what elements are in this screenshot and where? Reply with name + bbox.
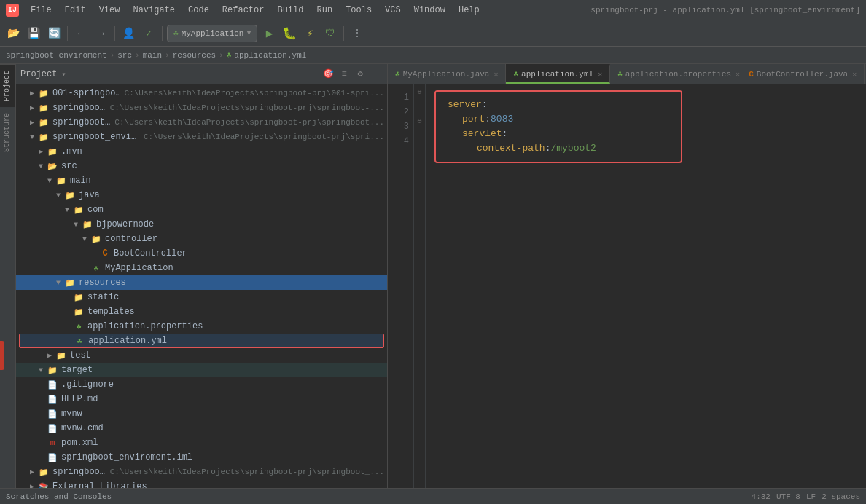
toolbar-user-btn[interactable]: 👤 <box>120 25 137 42</box>
tree-item-mvnw-cmd[interactable]: 📄 mvnw.cmd <box>16 421 387 436</box>
expand-arrow-001[interactable]: ▶ <box>28 89 36 98</box>
tab-myapplication-java[interactable]: ☘ MyApplication.java ✕ <box>388 64 506 84</box>
structure-tab[interactable]: Structure <box>0 107 15 158</box>
expand-arrow-main[interactable]: ▼ <box>45 176 54 185</box>
tree-item-application-yml[interactable]: ☘ application.yml <box>19 334 384 348</box>
tree-item-com[interactable]: ▼ 📁 com <box>16 202 387 217</box>
tree-item-resources[interactable]: ▼ 📁 resources <box>16 275 387 290</box>
tab-close-bootctrl[interactable]: ✕ <box>852 70 857 79</box>
tree-item-springboot-second[interactable]: ▶ 📁 springboot-second C:\Users\keith\Ide… <box>16 101 387 115</box>
collapse-all-btn[interactable]: ≡ <box>338 68 351 81</box>
menu-navigate[interactable]: Navigate <box>127 4 181 17</box>
expand-arrow-mvn[interactable]: ▶ <box>36 147 45 156</box>
breadcrumb-resources[interactable]: resources <box>173 51 216 60</box>
expand-arrow-controller[interactable]: ▼ <box>80 235 89 243</box>
tree-item-application-properties[interactable]: ☘ application.properties <box>16 319 387 334</box>
tree-item-templates[interactable]: 📁 templates <box>16 304 387 319</box>
code-area[interactable]: server: port: 8083 servlet: <box>426 84 866 504</box>
breadcrumb-main[interactable]: main <box>143 51 162 60</box>
tree-label-test: test <box>70 350 384 361</box>
bottom-line-sep[interactable]: LF <box>806 492 816 501</box>
tab-close-appprops[interactable]: ✕ <box>736 70 740 79</box>
expand-arrow-com[interactable]: ▼ <box>63 205 71 214</box>
run-config-selector[interactable]: ☘ MyApplication ▼ <box>167 25 257 42</box>
tree-item-MyApplication[interactable]: ☘ MyApplication <box>16 261 387 275</box>
menu-edit[interactable]: Edit <box>59 4 92 17</box>
fold-icon-3[interactable]: ⊖ <box>414 114 425 128</box>
expand-arrow-mvc[interactable]: ▶ <box>28 468 36 476</box>
menu-view[interactable]: View <box>93 4 126 17</box>
more-run-btn[interactable]: ⋮ <box>348 25 366 42</box>
tree-item-mvnw[interactable]: 📄 mvnw <box>16 406 387 421</box>
toolbar-back-btn[interactable]: ← <box>72 25 90 42</box>
tree-item-target[interactable]: ▼ 📁 target <box>16 363 387 377</box>
expand-arrow-BootController <box>89 249 98 258</box>
tree-item-iml[interactable]: 📄 springboot_enviroment.iml <box>16 450 387 465</box>
bottom-scratches[interactable]: Scratches and Consoles <box>6 492 112 501</box>
tree-item-001-springboot-pre[interactable]: ▶ 📁 001-springboot-pre C:\Users\keith\Id… <box>16 86 387 101</box>
project-tab[interactable]: Project <box>0 64 15 107</box>
menu-help[interactable]: Help <box>453 4 485 17</box>
run-button[interactable]: ▶ <box>260 25 278 42</box>
expand-arrow-test[interactable]: ▶ <box>45 351 54 360</box>
profile-button[interactable]: ⚡ <box>301 25 319 42</box>
menu-run[interactable]: Run <box>311 4 338 17</box>
breadcrumb-project[interactable]: springboot_enviroment <box>6 51 107 60</box>
expand-arrow-second[interactable]: ▶ <box>28 103 36 112</box>
expand-arrow-three[interactable]: ▶ <box>28 118 36 127</box>
tree-item-gitignore[interactable]: 📄 .gitignore <box>16 377 387 392</box>
tree-item-springboot-mvc[interactable]: ▶ 📁 springboot_mvc C:\Users\keith\IdeaPr… <box>16 465 387 479</box>
tree-item-mvn[interactable]: ▶ 📁 .mvn <box>16 144 387 159</box>
fold-icon-1[interactable]: ⊖ <box>414 84 425 99</box>
toolbar-open-btn[interactable]: 📂 <box>4 25 22 42</box>
expand-arrow-src[interactable]: ▼ <box>36 162 45 170</box>
menu-build[interactable]: Build <box>271 4 309 17</box>
tree-item-static[interactable]: 📁 static <box>16 290 387 304</box>
tree-item-springboot-three[interactable]: ▶ 📁 springboot-three C:\Users\keith\Idea… <box>16 115 387 130</box>
menu-file[interactable]: File <box>25 4 58 17</box>
coverage-button[interactable]: 🛡 <box>321 25 339 42</box>
locate-file-btn[interactable]: 🎯 <box>321 68 335 81</box>
tree-item-src[interactable]: ▼ 📂 src <box>16 159 387 173</box>
toolbar-save-btn[interactable]: 💾 <box>25 25 42 42</box>
tree-item-pom-xml[interactable]: m pom.xml <box>16 436 387 450</box>
toolbar-vcs-btn[interactable]: ✓ <box>140 25 157 42</box>
menu-refactor[interactable]: Refactor <box>216 4 270 17</box>
tree-item-test[interactable]: ▶ 📁 test <box>16 348 387 363</box>
debug-button[interactable]: 🐛 <box>281 25 298 42</box>
fold-icon-2 <box>414 99 425 114</box>
tree-item-main[interactable]: ▼ 📁 main <box>16 173 387 188</box>
project-tree[interactable]: ▶ 📁 001-springboot-pre C:\Users\keith\Id… <box>16 84 387 504</box>
toolbar-forward-btn[interactable]: → <box>93 25 110 42</box>
hide-panel-btn[interactable]: — <box>370 68 383 81</box>
toolbar-sync-btn[interactable]: 🔄 <box>45 25 63 42</box>
tree-item-help-md[interactable]: 📄 HELP.md <box>16 392 387 406</box>
breadcrumb-src[interactable]: src <box>117 51 132 60</box>
breadcrumb-file[interactable]: application.yml <box>234 51 306 60</box>
tab-application-yml[interactable]: ☘ application.yml ✕ <box>506 64 610 84</box>
tree-item-java[interactable]: ▼ 📁 java <box>16 188 387 202</box>
yaml-key-context-path: context-path <box>477 141 545 156</box>
menu-vcs[interactable]: VCS <box>379 4 407 17</box>
tree-item-bjpowernode[interactable]: ▼ 📁 bjpowernode <box>16 217 387 232</box>
tree-item-controller[interactable]: ▼ 📁 controller <box>16 232 387 246</box>
settings-btn[interactable]: ⚙ <box>354 68 367 81</box>
bottom-indent[interactable]: 2 spaces <box>822 492 860 501</box>
tab-close-appyml[interactable]: ✕ <box>598 70 602 79</box>
menu-code[interactable]: Code <box>182 4 215 17</box>
menu-tools[interactable]: Tools <box>340 4 378 17</box>
tab-BootController-java[interactable]: C BootController.java ✕ <box>741 64 865 84</box>
expand-arrow-resources[interactable]: ▼ <box>54 278 63 287</box>
bottom-encoding[interactable]: UTF-8 <box>776 492 800 501</box>
tab-application-properties[interactable]: ☘ application.properties ✕ <box>610 64 741 84</box>
bottom-line-col[interactable]: 4:32 <box>752 492 771 501</box>
expand-arrow-bjpowernode[interactable]: ▼ <box>71 220 80 229</box>
expand-arrow-java[interactable]: ▼ <box>54 191 63 200</box>
editor-content[interactable]: 1 2 3 4 ⊖ ⊖ server: <box>388 84 866 504</box>
tab-close-myapp[interactable]: ✕ <box>494 70 498 79</box>
tree-item-springboot-enviroment[interactable]: ▼ 📁 springboot_enviroment C:\Users\keith… <box>16 130 387 144</box>
tree-item-BootController[interactable]: C BootController <box>16 246 387 261</box>
menu-window[interactable]: Window <box>408 4 451 17</box>
expand-arrow-enviroment[interactable]: ▼ <box>28 133 36 141</box>
expand-arrow-target[interactable]: ▼ <box>36 366 45 374</box>
